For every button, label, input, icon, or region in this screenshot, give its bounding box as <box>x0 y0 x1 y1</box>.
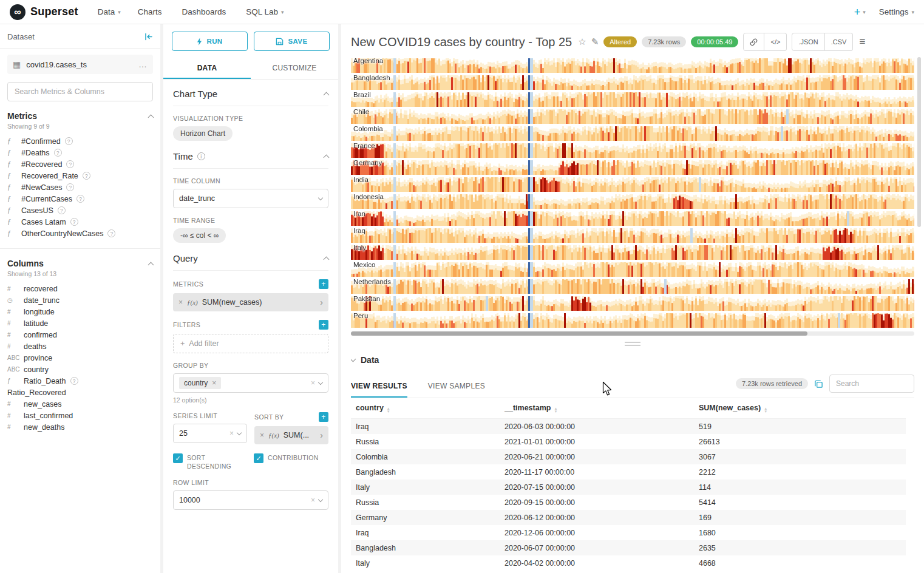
sort-icon[interactable]: ▲▼ <box>554 407 557 413</box>
embed-code-button[interactable]: </> <box>764 33 787 51</box>
metric-chip[interactable]: × ƒ(x) SUM(new_cases) › <box>173 293 328 311</box>
nav-item[interactable]: Data ▾ <box>98 7 121 16</box>
metrics-header[interactable]: Metrics <box>7 111 153 121</box>
clear-icon[interactable]: × <box>229 429 234 438</box>
copy-link-button[interactable] <box>743 33 764 51</box>
column-header-timestamp[interactable]: __timestamp▲▼ <box>500 398 694 419</box>
chart-menu-icon[interactable]: ≡ <box>859 36 865 48</box>
column-item[interactable]: # last_confirmed <box>7 410 153 421</box>
export-csv-button[interactable]: .CSV <box>825 33 854 51</box>
metric-item[interactable]: ƒ #NewCases ? <box>7 181 153 193</box>
save-button[interactable]: SAVE <box>254 32 330 51</box>
column-item[interactable]: # longitude <box>7 306 153 317</box>
query-section-title[interactable]: Query <box>173 253 328 271</box>
column-item[interactable]: # confirmed <box>7 329 153 341</box>
tab-view-samples[interactable]: VIEW SAMPLES <box>428 382 485 398</box>
data-section-toggle[interactable]: Data <box>351 351 914 365</box>
settings-menu[interactable]: Settings ▾ <box>879 7 914 16</box>
column-item[interactable]: Ratio_Recovered <box>7 387 153 398</box>
superset-brand[interactable]: ∞ Superset <box>10 4 78 20</box>
time-range-value[interactable]: -∞ ≤ col < ∞ <box>173 228 226 243</box>
sort-icon[interactable]: ▲▼ <box>764 407 767 413</box>
table-row[interactable]: Bangladesh 2020-11-17 00:00:00 2212 <box>351 464 906 480</box>
metric-item[interactable]: ƒ CasesUS ? <box>7 205 153 216</box>
caret-right-icon[interactable]: › <box>320 430 323 440</box>
sort-by-chip[interactable]: × ƒ(x) SUM(... › <box>254 426 328 444</box>
time-column-select[interactable]: date_trunc <box>173 189 328 208</box>
chart-vertical-scrollbar[interactable] <box>917 57 921 227</box>
tab-view-results[interactable]: VIEW RESULTS <box>351 382 407 398</box>
metric-item[interactable]: ƒ #Recovered ? <box>7 158 153 170</box>
clear-icon[interactable]: × <box>311 496 315 504</box>
column-item[interactable]: ◷ date_trunc <box>7 294 153 306</box>
column-item[interactable]: # new_deaths <box>7 421 153 433</box>
sort-icon[interactable]: ▲▼ <box>387 407 390 413</box>
horizon-chart[interactable]: ArgentinaBangladeshBrazilChileColombiaFr… <box>351 57 914 329</box>
column-item[interactable]: ABC country <box>7 364 153 375</box>
table-row[interactable]: Russia 2021-01-01 00:00:00 26613 <box>351 434 906 449</box>
metric-item[interactable]: ƒ Cases Latam ? <box>7 216 153 228</box>
column-item[interactable]: # recovered <box>7 283 153 294</box>
add-filter-button[interactable]: + <box>319 320 328 330</box>
group-by-tag[interactable]: country × <box>179 377 221 389</box>
nav-item[interactable]: Dashboards <box>182 7 229 16</box>
group-by-select[interactable]: country × × <box>173 373 328 393</box>
copy-icon[interactable] <box>814 379 823 388</box>
column-item[interactable]: # deaths <box>7 341 153 352</box>
tab-data[interactable]: DATA <box>163 58 251 79</box>
table-row[interactable]: Russia 2020-09-15 00:00:00 5414 <box>351 495 906 510</box>
scrollbar-thumb[interactable] <box>351 331 807 336</box>
table-row[interactable]: Germany 2020-06-12 00:00:00 169 <box>351 510 906 525</box>
viz-type-value[interactable]: Horizon Chart <box>173 126 233 141</box>
table-row[interactable]: Italy 2020-07-15 00:00:00 114 <box>351 480 906 495</box>
contribution-checkbox[interactable]: ✓ CONTRIBUTION <box>254 453 328 470</box>
time-section-title[interactable]: Time i <box>173 151 328 169</box>
chart-type-section-title[interactable]: Chart Type <box>173 89 328 106</box>
dataset-more-menu[interactable]: … <box>138 59 148 69</box>
metric-item[interactable]: ƒ #Deaths ? <box>7 147 153 158</box>
table-row[interactable]: Bangladesh 2020-06-07 00:00:00 2635 <box>351 540 906 555</box>
metric-item[interactable]: ƒ OtherCountryNewCases ? <box>7 228 153 239</box>
series-limit-select[interactable]: 25 × <box>173 424 247 443</box>
table-row[interactable]: Iraq 2020-12-06 00:00:00 1680 <box>351 525 906 540</box>
column-header-country[interactable]: country▲▼ <box>351 398 500 419</box>
metric-item[interactable]: ƒ Recovered_Rate ? <box>7 170 153 181</box>
run-button[interactable]: RUN <box>172 32 248 51</box>
chart-horizontal-scrollbar[interactable] <box>351 331 914 336</box>
chart-title[interactable]: New COVID19 cases by country - Top 25 <box>351 35 572 49</box>
metric-item[interactable]: ƒ #Confirmed ? <box>7 135 153 147</box>
column-item[interactable]: ABC province <box>7 352 153 364</box>
columns-header[interactable]: Columns <box>7 259 153 268</box>
altered-badge[interactable]: Altered <box>603 36 637 47</box>
table-row[interactable]: Italy 2020-04-02 00:00:00 4668 <box>351 555 906 571</box>
add-sort-button[interactable]: + <box>319 412 328 422</box>
table-row[interactable]: Colombia 2020-06-21 00:00:00 3067 <box>351 449 906 464</box>
collapse-panel-icon[interactable] <box>144 33 153 41</box>
remove-tag-icon[interactable]: × <box>212 379 216 387</box>
export-json-button[interactable]: .JSON <box>792 33 824 51</box>
metrics-columns-search-input[interactable] <box>7 82 153 101</box>
remove-sort-icon[interactable]: × <box>260 431 264 439</box>
edit-properties-icon[interactable]: ✎ <box>591 36 599 47</box>
metric-item[interactable]: ƒ #CurrentCases ? <box>7 193 153 205</box>
dataset-selector[interactable]: ▦ covid19.cases_ts … <box>7 55 153 74</box>
clear-icon[interactable]: × <box>311 379 315 387</box>
table-row[interactable]: Iraq 2020-06-03 00:00:00 519 <box>351 419 906 435</box>
add-metric-button[interactable]: + <box>319 279 328 289</box>
caret-right-icon[interactable]: › <box>320 297 323 307</box>
panel-resize-handle[interactable] <box>351 336 914 351</box>
add-filter-dropzone[interactable]: + Add filter <box>173 334 328 353</box>
sort-descending-checkbox[interactable]: ✓ SORT DESCENDING <box>173 453 248 470</box>
tab-customize[interactable]: CUSTOMIZE <box>251 58 338 79</box>
nav-item[interactable]: SQL Lab ▾ <box>246 7 284 16</box>
new-item-button[interactable]: + ▾ <box>854 7 866 18</box>
favorite-star-icon[interactable]: ☆ <box>578 36 586 47</box>
remove-metric-icon[interactable]: × <box>178 298 183 307</box>
row-limit-select[interactable]: 10000 × <box>173 490 328 510</box>
column-item[interactable]: ƒ Ratio_Death ? <box>7 375 153 387</box>
column-item[interactable]: # new_cases <box>7 398 153 410</box>
column-header-sum-new-cases[interactable]: SUM(new_cases)▲▼ <box>694 398 906 419</box>
nav-item[interactable]: Charts <box>138 7 165 16</box>
column-item[interactable]: # latitude <box>7 317 153 329</box>
results-search-input[interactable] <box>829 375 914 393</box>
